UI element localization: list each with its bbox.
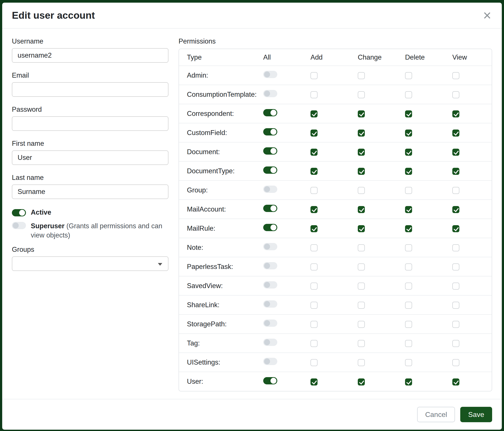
- permission-add-checkbox[interactable]: [310, 187, 317, 194]
- permission-delete-checkbox[interactable]: [405, 168, 412, 175]
- first-name-field[interactable]: [12, 150, 168, 165]
- permission-add-checkbox[interactable]: [310, 168, 317, 175]
- permission-view-checkbox[interactable]: [452, 72, 459, 79]
- permission-change-checkbox[interactable]: [358, 168, 365, 175]
- permission-all-toggle[interactable]: [263, 186, 277, 193]
- permission-change-checkbox[interactable]: [358, 187, 365, 194]
- superuser-toggle[interactable]: [12, 222, 26, 229]
- permission-view-checkbox[interactable]: [452, 321, 459, 328]
- permission-all-toggle[interactable]: [263, 166, 277, 174]
- permission-delete-checkbox[interactable]: [405, 283, 412, 290]
- permission-delete-checkbox[interactable]: [405, 130, 412, 136]
- permission-all-toggle[interactable]: [263, 205, 277, 212]
- permission-change-checkbox[interactable]: [358, 302, 365, 309]
- permission-add-checkbox[interactable]: [310, 302, 317, 309]
- permission-change-checkbox[interactable]: [358, 130, 365, 136]
- permission-view-checkbox[interactable]: [452, 91, 459, 98]
- permission-change-checkbox[interactable]: [358, 91, 365, 98]
- permission-all-toggle[interactable]: [263, 262, 277, 269]
- permission-view-checkbox[interactable]: [452, 149, 459, 156]
- permission-view-checkbox[interactable]: [452, 244, 459, 251]
- permission-add-checkbox[interactable]: [310, 283, 317, 290]
- permission-all-toggle[interactable]: [263, 300, 277, 308]
- cancel-button[interactable]: Cancel: [417, 407, 455, 422]
- groups-field: Groups: [12, 246, 168, 271]
- active-toggle[interactable]: [12, 209, 26, 216]
- permission-add-checkbox[interactable]: [310, 340, 317, 347]
- permissions-table: Type All Add Change Delete View Admin:Co…: [179, 49, 492, 391]
- permission-delete-checkbox[interactable]: [405, 91, 412, 98]
- permission-change-checkbox[interactable]: [358, 340, 365, 347]
- username-input[interactable]: [12, 48, 168, 63]
- permission-all-toggle[interactable]: [263, 224, 277, 231]
- permission-row: Document:: [179, 142, 492, 162]
- permission-delete-checkbox[interactable]: [405, 187, 412, 194]
- permission-all-toggle[interactable]: [263, 90, 277, 97]
- permission-add-checkbox[interactable]: [310, 130, 317, 136]
- permission-delete-checkbox[interactable]: [405, 110, 412, 117]
- permission-view-checkbox[interactable]: [452, 206, 459, 213]
- permission-delete-checkbox[interactable]: [405, 244, 412, 251]
- email-field[interactable]: [12, 82, 168, 97]
- permission-all-toggle[interactable]: [263, 377, 277, 384]
- permission-add-checkbox[interactable]: [310, 263, 317, 270]
- permission-add-checkbox[interactable]: [310, 206, 317, 213]
- permission-view-checkbox[interactable]: [452, 359, 459, 366]
- last-name-field[interactable]: [12, 185, 168, 199]
- save-button[interactable]: Save: [460, 407, 492, 422]
- permission-all-toggle[interactable]: [263, 358, 277, 365]
- permission-add-checkbox[interactable]: [310, 149, 317, 156]
- permission-delete-checkbox[interactable]: [405, 263, 412, 270]
- permission-delete-checkbox[interactable]: [405, 302, 412, 309]
- permission-add-checkbox[interactable]: [310, 321, 317, 328]
- permission-change-checkbox[interactable]: [358, 263, 365, 270]
- password-field[interactable]: [12, 116, 168, 131]
- permission-change-checkbox[interactable]: [358, 206, 365, 213]
- permission-delete-checkbox[interactable]: [405, 72, 412, 79]
- permission-add-checkbox[interactable]: [310, 378, 317, 386]
- permission-change-checkbox[interactable]: [358, 378, 365, 386]
- permission-view-checkbox[interactable]: [452, 378, 459, 386]
- permission-delete-checkbox[interactable]: [405, 206, 412, 213]
- permission-view-checkbox[interactable]: [452, 187, 459, 194]
- permission-change-checkbox[interactable]: [358, 225, 365, 232]
- permission-add-checkbox[interactable]: [310, 91, 317, 98]
- permission-all-toggle[interactable]: [263, 71, 277, 78]
- permission-change-checkbox[interactable]: [358, 244, 365, 251]
- permission-add-checkbox[interactable]: [310, 359, 317, 366]
- permission-change-checkbox[interactable]: [358, 359, 365, 366]
- permission-view-checkbox[interactable]: [452, 302, 459, 309]
- permission-add-checkbox[interactable]: [310, 225, 317, 232]
- groups-select[interactable]: [12, 256, 168, 271]
- permission-all-toggle[interactable]: [263, 339, 277, 346]
- permission-view-checkbox[interactable]: [452, 110, 459, 117]
- permission-all-toggle[interactable]: [263, 109, 277, 116]
- permission-view-checkbox[interactable]: [452, 263, 459, 270]
- permission-delete-checkbox[interactable]: [405, 378, 412, 386]
- permission-all-toggle[interactable]: [263, 128, 277, 135]
- permission-add-checkbox[interactable]: [310, 110, 317, 117]
- permission-delete-checkbox[interactable]: [405, 321, 412, 328]
- close-icon[interactable]: ×: [482, 10, 492, 21]
- permission-view-checkbox[interactable]: [452, 340, 459, 347]
- permission-view-checkbox[interactable]: [452, 225, 459, 232]
- permission-change-checkbox[interactable]: [358, 149, 365, 156]
- permission-add-checkbox[interactable]: [310, 244, 317, 251]
- permission-view-checkbox[interactable]: [452, 283, 459, 290]
- permission-view-checkbox[interactable]: [452, 168, 459, 175]
- permission-all-toggle[interactable]: [263, 243, 277, 250]
- permission-add-checkbox[interactable]: [310, 72, 317, 79]
- permission-delete-checkbox[interactable]: [405, 225, 412, 232]
- permission-view-checkbox[interactable]: [452, 130, 459, 136]
- permission-change-checkbox[interactable]: [358, 110, 365, 117]
- permission-all-toggle[interactable]: [263, 147, 277, 155]
- permission-all-toggle[interactable]: [263, 281, 277, 288]
- permission-type-label: DocumentType:: [179, 162, 255, 180]
- permission-delete-checkbox[interactable]: [405, 149, 412, 156]
- permission-change-checkbox[interactable]: [358, 72, 365, 79]
- permission-delete-checkbox[interactable]: [405, 340, 412, 347]
- permission-change-checkbox[interactable]: [358, 283, 365, 290]
- permission-all-toggle[interactable]: [263, 320, 277, 327]
- permission-delete-checkbox[interactable]: [405, 359, 412, 366]
- permission-change-checkbox[interactable]: [358, 321, 365, 328]
